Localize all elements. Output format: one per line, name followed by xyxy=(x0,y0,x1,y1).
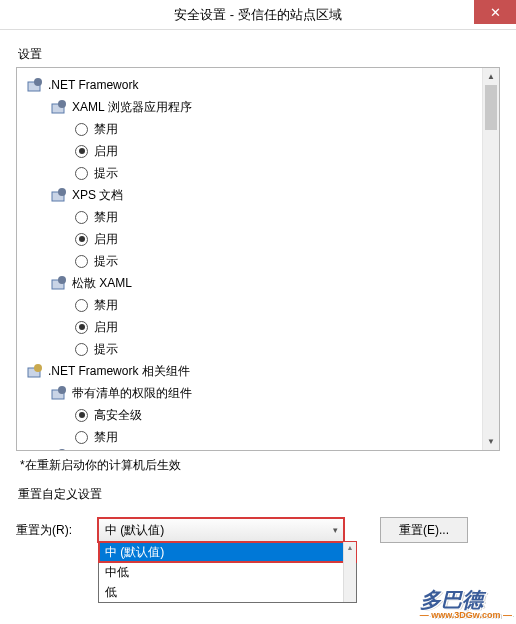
svg-point-5 xyxy=(58,188,66,196)
combo-value: 中 (默认值) xyxy=(105,522,164,539)
radio-icon xyxy=(75,431,88,444)
radio-label: 提示 xyxy=(94,341,118,358)
radio-icon xyxy=(75,145,88,158)
radio-label: 启用 xyxy=(94,319,118,336)
reset-button[interactable]: 重置(E)... xyxy=(380,517,468,543)
reset-level-dropdown: 中 (默认值) 中低 低 ▲ xyxy=(98,541,357,603)
radio-option[interactable]: 提示 xyxy=(23,338,479,360)
gear-icon xyxy=(27,363,43,379)
radio-icon xyxy=(75,233,88,246)
scroll-track[interactable] xyxy=(483,85,499,433)
reset-to-label: 重置为(R): xyxy=(16,522,98,539)
tree-node-net-framework[interactable]: .NET Framework xyxy=(23,74,479,96)
gear-icon xyxy=(51,385,67,401)
tree-label: XAML 浏览器应用程序 xyxy=(72,99,192,116)
svg-point-9 xyxy=(34,364,42,372)
tree-label: 运行去用 Authenticode 签名的组件 xyxy=(72,448,257,451)
tree-label: .NET Framework xyxy=(48,78,138,92)
tree-node-manifest-perm[interactable]: 带有清单的权限的组件 xyxy=(23,382,479,404)
title-bar: 安全设置 - 受信任的站点区域 ✕ xyxy=(0,0,516,30)
watermark-sub: — www.3DGw.com — xyxy=(420,610,512,620)
settings-group-label: 设置 xyxy=(18,46,500,63)
radio-label: 禁用 xyxy=(94,209,118,226)
option-label: 中 (默认值) xyxy=(105,544,164,561)
dropdown-scrollbar[interactable]: ▲ xyxy=(343,542,356,602)
dropdown-option[interactable]: 中 (默认值) xyxy=(99,542,356,562)
radio-option[interactable]: 提示 xyxy=(23,250,479,272)
radio-option[interactable]: 启用 xyxy=(23,316,479,338)
restart-note: *在重新启动你的计算机后生效 xyxy=(20,457,500,474)
radio-label: 提示 xyxy=(94,165,118,182)
tree-label: .NET Framework 相关组件 xyxy=(48,363,190,380)
radio-option[interactable]: 提示 xyxy=(23,162,479,184)
tree-label: 带有清单的权限的组件 xyxy=(72,385,192,402)
radio-icon xyxy=(75,123,88,136)
radio-icon xyxy=(75,409,88,422)
radio-option[interactable]: 禁用 xyxy=(23,206,479,228)
dropdown-option[interactable]: 低 xyxy=(99,582,356,602)
radio-label: 启用 xyxy=(94,143,118,160)
tree-node-loose-xaml[interactable]: 松散 XAML xyxy=(23,272,479,294)
reset-group-label: 重置自定义设置 xyxy=(18,486,500,503)
window-title: 安全设置 - 受信任的站点区域 xyxy=(174,6,342,24)
gear-icon xyxy=(51,99,67,115)
settings-tree: .NET Framework XAML 浏览器应用程序 禁用 启用 提示 XPS… xyxy=(16,67,500,451)
tree-node-xaml-browser[interactable]: XAML 浏览器应用程序 xyxy=(23,96,479,118)
scroll-down-icon[interactable]: ▼ xyxy=(483,433,499,450)
close-button[interactable]: ✕ xyxy=(474,0,516,24)
option-label: 低 xyxy=(105,584,117,601)
tree-node-xps[interactable]: XPS 文档 xyxy=(23,184,479,206)
radio-icon xyxy=(75,343,88,356)
scroll-up-icon[interactable]: ▲ xyxy=(344,542,356,553)
radio-label: 禁用 xyxy=(94,297,118,314)
gear-icon xyxy=(51,187,67,203)
tree-label: XPS 文档 xyxy=(72,187,123,204)
radio-label: 提示 xyxy=(94,253,118,270)
gear-icon xyxy=(51,275,67,291)
svg-point-3 xyxy=(58,100,66,108)
tree-node-net-components[interactable]: .NET Framework 相关组件 xyxy=(23,360,479,382)
reset-level-combobox[interactable]: 中 (默认值) ▾ xyxy=(98,518,344,542)
option-label: 中低 xyxy=(105,564,129,581)
scroll-thumb[interactable] xyxy=(485,85,497,130)
chevron-down-icon: ▾ xyxy=(333,525,338,535)
tree-label: 松散 XAML xyxy=(72,275,132,292)
dropdown-option[interactable]: 中低 xyxy=(99,562,356,582)
svg-point-7 xyxy=(58,276,66,284)
radio-icon xyxy=(75,167,88,180)
radio-icon xyxy=(75,255,88,268)
close-icon: ✕ xyxy=(490,5,501,20)
radio-option[interactable]: 禁用 xyxy=(23,118,479,140)
radio-label: 禁用 xyxy=(94,429,118,446)
radio-option[interactable]: 启用 xyxy=(23,228,479,250)
radio-option[interactable]: 启用 xyxy=(23,140,479,162)
radio-option[interactable]: 禁用 xyxy=(23,294,479,316)
svg-point-13 xyxy=(58,449,66,451)
watermark: 多巴德 — www.3DGw.com — xyxy=(420,586,512,620)
svg-point-1 xyxy=(34,78,42,86)
gear-icon xyxy=(51,448,67,451)
watermark-text: 多巴德 xyxy=(420,588,483,611)
radio-icon xyxy=(75,321,88,334)
radio-option[interactable]: 禁用 xyxy=(23,426,479,448)
tree-scrollbar[interactable]: ▲ ▼ xyxy=(482,68,499,450)
gear-icon xyxy=(27,77,43,93)
radio-label: 禁用 xyxy=(94,121,118,138)
radio-icon xyxy=(75,211,88,224)
radio-label: 启用 xyxy=(94,231,118,248)
radio-icon xyxy=(75,299,88,312)
radio-label: 高安全级 xyxy=(94,407,142,424)
radio-option[interactable]: 高安全级 xyxy=(23,404,479,426)
tree-node-authenticode[interactable]: 运行去用 Authenticode 签名的组件 xyxy=(23,448,479,451)
scroll-up-icon[interactable]: ▲ xyxy=(483,68,499,85)
svg-point-11 xyxy=(58,386,66,394)
